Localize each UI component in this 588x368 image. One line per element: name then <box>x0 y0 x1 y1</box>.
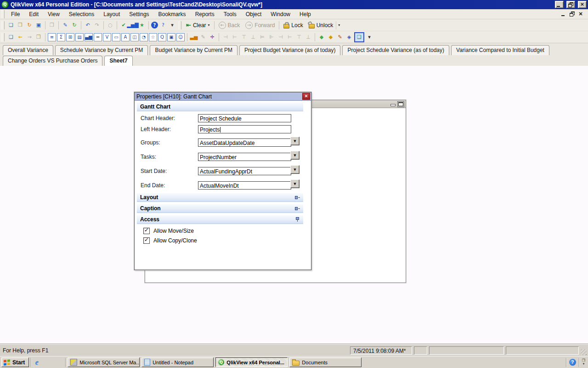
create-search-object-icon[interactable]: Q <box>158 33 166 41</box>
allow-copy-clone-checkbox[interactable] <box>143 237 150 244</box>
start-date-input[interactable]: ActualFundingApprDt <box>198 167 291 175</box>
minimize-button[interactable] <box>555 1 564 8</box>
context-help-icon[interactable]: ? <box>159 21 167 29</box>
tab-project-budget-variance[interactable]: Project Budget Variance (as of today) <box>239 45 341 55</box>
lock-button[interactable]: Lock <box>281 20 305 30</box>
tab-change-orders-vs-purchase-orders[interactable]: Change Orders VS Purchase Orders <box>3 56 102 66</box>
move-object-icon[interactable]: ◆ <box>317 33 326 41</box>
create-statistics-box-icon[interactable]: Σ <box>57 33 65 41</box>
menu-edit[interactable]: Edit <box>25 10 43 19</box>
chart-header-input[interactable]: Project Schedule <box>198 114 291 122</box>
tab-sheet7[interactable]: Sheet7 <box>104 56 132 66</box>
help-icon[interactable]: ? <box>151 22 158 29</box>
webview-icon[interactable]: ❏ <box>354 32 364 42</box>
menu-tools[interactable]: Tools <box>220 10 241 19</box>
tasks-dropdown-button[interactable] <box>290 151 300 160</box>
taskbar-button-notepad[interactable]: Untitled - Notepad <box>141 357 214 367</box>
end-date-dropdown-button[interactable] <box>290 179 300 188</box>
menu-view[interactable]: View <box>44 10 64 19</box>
section-layout[interactable]: Layout <box>137 193 303 202</box>
allow-move-size-checkbox[interactable] <box>143 228 150 234</box>
tab-project-schedule-variance[interactable]: Project Schedule Variance (as of today) <box>342 45 449 55</box>
adjust-left-icon[interactable]: ⊣ <box>277 33 285 41</box>
toolbar-overflow-icon[interactable]: ▾ <box>365 33 373 41</box>
save-icon[interactable]: ▣ <box>34 21 43 29</box>
redo-icon[interactable]: ↷ <box>93 21 101 29</box>
left-header-input[interactable]: Projects <box>198 125 291 133</box>
menu-file[interactable]: File <box>7 10 24 19</box>
chart-wizard-icon[interactable]: ▃▅ <box>190 33 198 41</box>
edit-object-icon[interactable]: ✎ <box>336 33 344 41</box>
space-vertically-icon[interactable]: ⊩ <box>267 33 276 41</box>
dialog-close-button[interactable] <box>302 93 310 100</box>
create-text-object-icon[interactable]: A <box>121 33 130 41</box>
promote-sheet-icon[interactable]: ← <box>16 33 24 41</box>
clear-button[interactable]: Clear <box>183 20 213 30</box>
create-gauge-icon[interactable]: ◔ <box>140 33 148 41</box>
open-file-icon[interactable]: ❒ <box>16 21 24 29</box>
print-icon[interactable]: ❒ <box>48 21 56 29</box>
space-horizontally-icon[interactable]: ⊨ <box>258 33 266 41</box>
close-button[interactable] <box>578 1 587 8</box>
object-minimize-button[interactable] <box>390 102 396 107</box>
clear-dropdown-arrow-icon[interactable] <box>208 23 210 27</box>
mdi-restore-button[interactable] <box>569 11 575 17</box>
restore-button[interactable] <box>566 1 575 8</box>
menu-object[interactable]: Object <box>242 10 266 19</box>
adjust-right-icon[interactable]: ⊢ <box>286 33 294 41</box>
create-chart-icon[interactable]: ▄▆ <box>85 33 93 41</box>
copy-object-icon[interactable]: ◆ <box>327 33 335 41</box>
pin-expanded-icon[interactable] <box>294 217 300 222</box>
create-custom-object-icon[interactable]: ☺ <box>176 33 185 41</box>
design-grid-icon[interactable]: ✛ <box>208 33 216 41</box>
tab-variance-compared-to-initial-budget[interactable]: Variance Compared to Initial Budget <box>451 45 549 55</box>
create-input-box-icon[interactable]: = <box>94 33 102 41</box>
unlock-button[interactable]: Unlock <box>306 20 336 30</box>
align-top-icon[interactable]: ⊤ <box>240 33 248 41</box>
mdi-minimize-button[interactable] <box>560 11 566 17</box>
search-icon[interactable]: ○ <box>106 21 114 29</box>
taskbar-button-sql-server[interactable]: Microsoft SQL Server Ma... <box>68 357 140 367</box>
create-table-box-icon[interactable]: ⊞ <box>66 33 74 41</box>
section-access[interactable]: Access <box>137 215 303 224</box>
adjust-top-icon[interactable]: ⊤ <box>295 33 303 41</box>
menu-settings[interactable]: Settings <box>125 10 153 19</box>
align-left-icon[interactable]: ⊣ <box>221 33 230 41</box>
tab-overall-variance[interactable]: Overall Variance <box>3 45 53 55</box>
dialog-titlebar[interactable]: Properties [CH10]: Gantt Chart <box>135 92 311 101</box>
format-painter-icon[interactable]: ✎ <box>199 33 207 41</box>
create-listbox-icon[interactable]: ≡ <box>48 33 56 41</box>
tasks-input[interactable]: ProjectNumber <box>198 153 291 161</box>
menu-help[interactable]: Help <box>295 10 315 19</box>
section-gantt-chart[interactable]: Gantt Chart <box>137 102 303 111</box>
groups-input[interactable]: AssetDataUpdateDate <box>198 138 291 147</box>
pin-collapsed-icon[interactable] <box>294 206 300 211</box>
undo-icon[interactable]: ↶ <box>84 21 92 29</box>
quick-chart-icon[interactable]: ▂▅▇ <box>129 21 137 29</box>
menu-reports[interactable]: Reports <box>191 10 219 19</box>
create-multi-box-icon[interactable]: ▤ <box>75 33 84 41</box>
edit-script-icon[interactable]: ✎ <box>61 21 69 29</box>
create-slider-icon[interactable]: ◫ <box>130 33 139 41</box>
adjust-bottom-icon[interactable]: ⊥ <box>304 33 312 41</box>
align-bottom-icon[interactable]: ⊥ <box>249 33 257 41</box>
taskbar-button-documents[interactable]: Documents <box>289 357 362 367</box>
new-file-icon[interactable]: ❏ <box>7 21 15 29</box>
back-button[interactable]: Back <box>216 20 243 30</box>
reload-icon[interactable]: ↻ <box>70 21 79 29</box>
end-date-input[interactable]: ActualMoveInDt <box>198 181 291 190</box>
align-right-icon[interactable]: ⊢ <box>231 33 239 41</box>
create-bookmark-object-icon[interactable]: ☆ <box>149 33 157 41</box>
start-button[interactable]: Start <box>1 357 29 367</box>
start-date-dropdown-button[interactable] <box>290 165 300 174</box>
internet-explorer-icon[interactable] <box>33 359 40 366</box>
pin-collapsed-icon[interactable] <box>294 195 300 200</box>
menu-selections[interactable]: Selections <box>65 10 98 19</box>
forward-button[interactable]: Forward <box>243 20 277 30</box>
create-container-icon[interactable]: ▣ <box>167 33 175 41</box>
add-bookmark-icon[interactable]: ★ <box>138 21 146 29</box>
menu-layout[interactable]: Layout <box>99 10 124 19</box>
section-caption[interactable]: Caption <box>137 204 303 213</box>
sheet-properties-icon[interactable]: ❒ <box>34 33 43 41</box>
refresh-icon[interactable]: ↻ <box>25 21 34 29</box>
